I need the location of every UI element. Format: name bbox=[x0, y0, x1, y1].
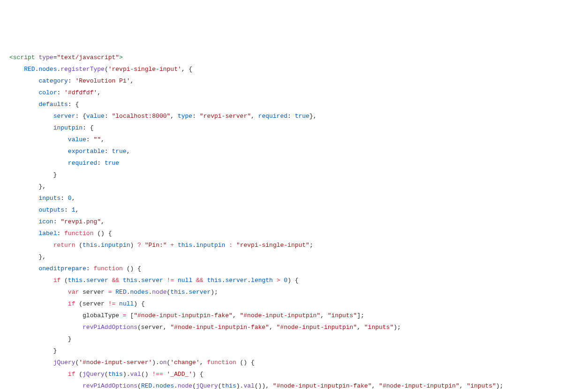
code-token: < bbox=[9, 54, 13, 61]
code-token: null bbox=[178, 277, 192, 284]
code-token: registerType bbox=[60, 66, 105, 73]
code-token: server bbox=[86, 277, 108, 284]
code-token: > bbox=[277, 277, 280, 284]
code-token bbox=[291, 113, 295, 120]
code-token: , bbox=[101, 218, 105, 225]
code-token: this bbox=[170, 289, 185, 296]
code-token: if bbox=[68, 371, 75, 378]
code-token bbox=[141, 242, 145, 249]
code-token: > bbox=[119, 54, 123, 61]
code-line: var server = RED.nodes.node(this.server)… bbox=[9, 286, 579, 298]
code-token: ( bbox=[75, 242, 83, 249]
code-token: , bbox=[269, 324, 277, 331]
code-line: } bbox=[9, 169, 579, 181]
code-token bbox=[9, 300, 68, 307]
code-line: return (this.inputpin) ? "Pin:" + this.i… bbox=[9, 239, 579, 251]
code-token: ()), bbox=[255, 382, 273, 389]
code-token: [ bbox=[127, 312, 134, 319]
code-token: globalType bbox=[9, 312, 123, 319]
code-token bbox=[9, 124, 53, 131]
code-token: && bbox=[112, 277, 120, 284]
code-token: length bbox=[251, 277, 273, 284]
code-token bbox=[9, 113, 53, 120]
code-token: , bbox=[251, 113, 258, 120]
code-line: if (this.server && this.server != null &… bbox=[9, 275, 579, 286]
code-token: ). bbox=[236, 382, 244, 389]
code-token: this bbox=[68, 277, 83, 284]
code-token: "#node-input-inputpin" bbox=[277, 324, 357, 331]
code-token: this bbox=[123, 277, 137, 284]
code-token: return bbox=[53, 242, 75, 249]
code-token: "#node-input-inputpin" bbox=[379, 382, 460, 389]
code-token: revPiAddOptions bbox=[83, 382, 137, 389]
code-token: : bbox=[86, 136, 90, 143]
code-token: "revpi-server" bbox=[200, 113, 251, 120]
code-token bbox=[9, 206, 38, 214]
code-token: () { bbox=[93, 230, 112, 237]
code-token bbox=[9, 359, 53, 366]
code-token bbox=[273, 277, 277, 284]
code-token: ( bbox=[105, 66, 108, 73]
code-token: nodes bbox=[156, 382, 174, 389]
code-line: inputpin: { bbox=[9, 122, 579, 134]
code-token: null bbox=[119, 300, 134, 307]
code-line: label: function () { bbox=[9, 228, 579, 239]
code-line: icon: "revpi.png", bbox=[9, 216, 579, 228]
code-token: : bbox=[83, 124, 86, 131]
code-token: "inputs" bbox=[467, 382, 496, 389]
code-token: , bbox=[97, 89, 101, 96]
code-block: <script type="text/javascript"> RED.node… bbox=[9, 52, 579, 389]
code-token: this bbox=[108, 371, 123, 378]
code-line: category: 'Revolution Pi', bbox=[9, 75, 579, 87]
code-token: != bbox=[108, 300, 116, 307]
code-line: } bbox=[9, 345, 579, 357]
code-token: node bbox=[178, 382, 192, 389]
code-token: value bbox=[68, 136, 86, 143]
code-token: inputpin bbox=[196, 242, 225, 249]
code-token: , bbox=[75, 206, 79, 214]
code-token: this bbox=[178, 242, 192, 249]
code-token: : bbox=[86, 265, 90, 272]
code-token: } bbox=[9, 347, 57, 354]
code-token: ( bbox=[192, 382, 196, 389]
code-token: : bbox=[68, 101, 72, 108]
code-token: defaults bbox=[38, 101, 68, 108]
code-token: server bbox=[188, 289, 211, 296]
code-token: required bbox=[258, 113, 287, 120]
code-token: "#node-input-inputpin-fake" bbox=[170, 324, 269, 331]
code-token: , bbox=[320, 312, 328, 319]
code-token: : bbox=[192, 113, 196, 120]
code-token: server bbox=[53, 113, 75, 120]
code-token: inputs bbox=[38, 195, 60, 202]
code-line: } bbox=[9, 333, 579, 345]
code-line: }, bbox=[9, 251, 579, 263]
code-token: { bbox=[86, 124, 94, 131]
code-token bbox=[60, 230, 64, 237]
code-token bbox=[101, 160, 105, 167]
code-token: "#node-input-inputpin-fake" bbox=[273, 382, 372, 389]
code-token: "inputs" bbox=[364, 324, 393, 331]
code-token: RED bbox=[141, 382, 152, 389]
code-token: type bbox=[38, 54, 53, 61]
code-line: <script type="text/javascript"> bbox=[9, 52, 579, 63]
code-token: 0 bbox=[284, 277, 287, 284]
code-token: if bbox=[53, 277, 61, 284]
code-token: this bbox=[222, 382, 236, 389]
code-line: server: {value: "localhost:8000", type: … bbox=[9, 110, 579, 122]
code-token: RED bbox=[24, 66, 35, 73]
code-token: server bbox=[141, 277, 163, 284]
code-token: '#node-input-server' bbox=[79, 359, 152, 366]
code-token: ); bbox=[393, 324, 401, 331]
code-token: "localhost:8000" bbox=[112, 113, 171, 120]
code-line: RED.nodes.registerType('revpi-single-inp… bbox=[9, 63, 579, 75]
code-line: if (server != null) { bbox=[9, 298, 579, 310]
code-token bbox=[9, 230, 38, 237]
code-token: . bbox=[127, 289, 130, 296]
code-token: (server, bbox=[137, 324, 170, 331]
code-token bbox=[108, 113, 112, 120]
code-token: . bbox=[174, 382, 178, 389]
code-token: 'Revolution Pi' bbox=[75, 77, 130, 84]
code-token: } bbox=[9, 171, 57, 178]
code-token bbox=[9, 160, 68, 167]
code-token: jQuery bbox=[196, 382, 218, 389]
